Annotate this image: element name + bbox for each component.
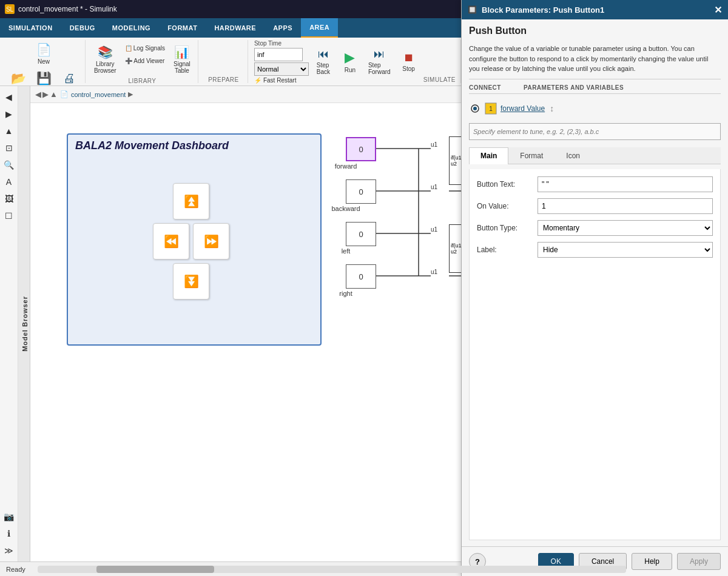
new-label: New	[38, 58, 50, 65]
sidebar-checkbox-btn[interactable]: ☐	[2, 209, 16, 223]
status-ready: Ready	[6, 566, 25, 573]
log-signals-button[interactable]: 📋 Log Signals	[121, 42, 169, 54]
backward-label: backward	[331, 205, 360, 212]
run-button[interactable]: ▶ Run	[338, 47, 362, 76]
fast-restart-row: ⚡ Fast Restart	[254, 77, 309, 84]
label-row: Label: Hide Show	[477, 242, 713, 258]
menu-format[interactable]: FORMAT	[159, 18, 206, 38]
apply-button[interactable]: Apply	[677, 553, 721, 570]
model-browser-panel[interactable]: Model Browser	[18, 86, 30, 561]
step-back-icon: ⏮	[318, 48, 329, 61]
nav-left-btn[interactable]: ⏪	[153, 223, 189, 260]
sidebar-back-btn[interactable]: ◀	[2, 90, 16, 104]
breadcrumb-icon: 📄	[60, 90, 69, 98]
add-viewer-icon: ➕	[125, 58, 132, 64]
left-value: 0	[359, 230, 363, 239]
stop-time-input[interactable]	[254, 48, 303, 61]
button-text-label: Button Text:	[477, 180, 538, 189]
u1-label-2: u1	[431, 184, 437, 190]
button-text-input[interactable]	[538, 176, 713, 192]
scroll-bar-thumb[interactable]	[96, 566, 214, 573]
menu-area[interactable]: AREA	[301, 18, 338, 38]
menu-modeling[interactable]: MODELING	[104, 18, 159, 38]
stop-time-label: Stop Time	[254, 40, 309, 47]
nav-up-btn[interactable]: ▲	[50, 90, 58, 99]
right-signal-block[interactable]: 0	[346, 264, 376, 289]
log-icon: 📋	[125, 45, 132, 52]
nav-right-btn[interactable]: ⏩	[193, 223, 229, 260]
tab-icon[interactable]: Icon	[554, 147, 592, 164]
block-params-dialog: 🔲 Block Parameters: Push Button1 ✕ Push …	[461, 0, 728, 576]
block-type-title: Push Button	[469, 25, 721, 36]
forward-label: forward	[335, 162, 357, 170]
connect-header-label: CONNECT	[469, 84, 524, 91]
dialog-close-button[interactable]: ✕	[714, 4, 722, 16]
toolbar-file-group: 📄 New 📂 Open 💾 Save 🖨 Print FILE	[2, 40, 86, 83]
params-header-label: PARAMETERS AND VARIABLES	[524, 84, 721, 91]
dashboard-title: BALA2 Movement Dashboard	[68, 135, 320, 157]
svg-text:1: 1	[489, 105, 493, 112]
left-signal-block[interactable]: 0	[346, 222, 376, 246]
tab-main[interactable]: Main	[469, 147, 508, 164]
param-block-icon: 1	[484, 101, 498, 116]
library-group-label: LIBRARY	[128, 76, 156, 84]
dialog-help-button[interactable]: Help	[632, 553, 672, 570]
sidebar-zoom-in-btn[interactable]: 🔍	[2, 158, 16, 172]
main-area: ◀ ▶ ▲ ⊡ 🔍 A 🖼 ☐ 📷 ℹ ≫ Model Browser ◀ ▶ …	[0, 86, 728, 561]
menu-hardware[interactable]: HARDWARE	[206, 18, 265, 38]
forward-signal-block[interactable]: 0	[346, 137, 376, 161]
signal-table-icon: 📊	[174, 45, 189, 59]
on-value-input[interactable]	[538, 198, 713, 214]
sidebar-expand-btn[interactable]: ≫	[2, 543, 16, 558]
stop-button[interactable]: ⏹ Stop	[397, 49, 421, 75]
library-icon: 📚	[98, 45, 113, 59]
new-button[interactable]: 📄 New	[6, 40, 81, 67]
nav-down-btn[interactable]: ⏬	[173, 263, 209, 300]
nav-forward-btn[interactable]: ▶	[42, 90, 49, 99]
sidebar-snapshot-btn[interactable]: 📷	[2, 509, 16, 524]
step-forward-button[interactable]: ⏭ StepForward	[365, 45, 394, 78]
on-value-row: On Value:	[477, 198, 713, 214]
library-browser-button[interactable]: 📚 LibraryBrowser	[90, 42, 120, 76]
step-back-button[interactable]: ⏮ StepBack	[311, 45, 335, 78]
sidebar-zoom-fit-btn[interactable]: ⊡	[2, 141, 16, 155]
breadcrumb-model[interactable]: control_movement	[71, 91, 126, 98]
dialog-title: Block Parameters: Push Button1	[482, 5, 604, 15]
sim-mode-select[interactable]: Normal Accelerator	[254, 62, 309, 76]
breadcrumb-sep: ▶	[128, 90, 133, 98]
button-type-select[interactable]: Momentary Toggle	[538, 220, 713, 236]
sidebar-image-btn[interactable]: 🖼	[2, 192, 16, 206]
sidebar-up-btn[interactable]: ▲	[2, 124, 16, 138]
u1-label-1: u1	[431, 141, 437, 148]
label-select[interactable]: Hide Show	[538, 242, 713, 258]
forward-value: 0	[359, 145, 363, 154]
fast-restart-label: Fast Restart	[263, 77, 296, 84]
dashboard-block: BALA2 Movement Dashboard ⏫ ⏪ ⏩ ⏬	[67, 133, 322, 346]
library-label: LibraryBrowser	[94, 61, 116, 74]
button-text-row: Button Text:	[477, 176, 713, 192]
menu-debug[interactable]: DEBUG	[61, 18, 104, 38]
dialog-body: Push Button Change the value of a variab…	[462, 19, 728, 546]
new-icon: 📄	[36, 42, 52, 57]
nav-back-btn[interactable]: ◀	[35, 90, 41, 99]
element-input[interactable]	[469, 123, 721, 140]
menu-apps[interactable]: APPS	[265, 18, 301, 38]
backward-signal-block[interactable]: 0	[346, 179, 376, 204]
signal-table-button[interactable]: 📊 SignalTable	[170, 42, 194, 76]
sidebar-forward-btn[interactable]: ▶	[2, 107, 16, 121]
left-label: left	[342, 247, 351, 255]
linked-variable[interactable]: forward Value	[500, 104, 545, 113]
param-radio[interactable]	[469, 104, 481, 113]
sidebar-text-btn[interactable]: A	[2, 175, 16, 189]
sidebar-info-btn[interactable]: ℹ	[2, 526, 16, 541]
on-value-label: On Value:	[477, 202, 538, 210]
dialog-icon: 🔲	[468, 5, 477, 14]
nav-up-btn[interactable]: ⏫	[173, 183, 209, 219]
element-input-row	[469, 123, 721, 140]
add-viewer-button[interactable]: ➕ Add Viewer	[121, 55, 169, 67]
u1-label-4: u1	[431, 269, 437, 275]
tab-format[interactable]: Format	[508, 147, 554, 164]
menu-simulation[interactable]: SIMULATION	[0, 18, 61, 38]
dialog-tabs: Main Format Icon	[469, 147, 721, 164]
simulate-group-label: SIMULATE	[423, 75, 456, 83]
